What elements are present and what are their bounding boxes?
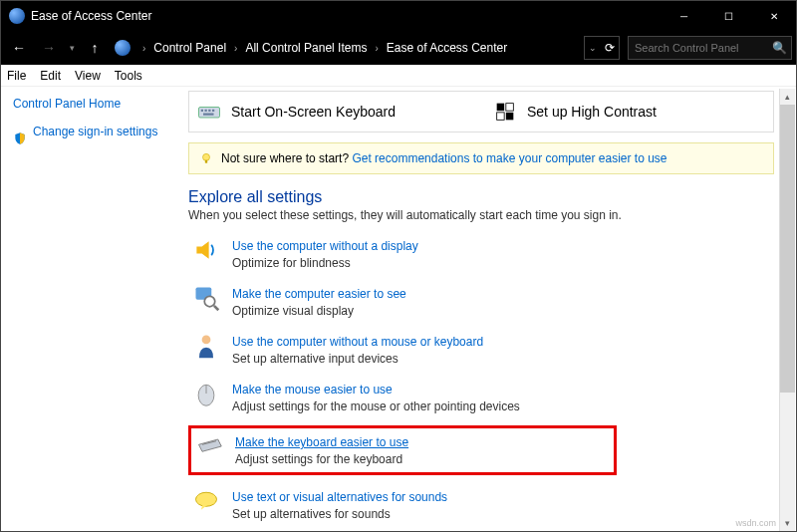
setting-link[interactable]: Use the computer without a mouse or keyb…: [232, 335, 483, 349]
mouse-icon: [192, 380, 220, 407]
back-button[interactable]: ←: [5, 34, 33, 62]
svg-point-15: [202, 336, 211, 345]
svg-point-13: [204, 296, 215, 307]
keyboard-icon: [195, 432, 223, 460]
speech-bubble-icon: [192, 487, 220, 515]
quick-osk[interactable]: Start On-Screen Keyboard: [189, 92, 477, 132]
setting-sounds: Use text or visual alternatives for soun…: [188, 485, 774, 523]
svg-rect-6: [497, 104, 505, 112]
svg-rect-0: [199, 108, 220, 119]
setting-link[interactable]: Use the computer without a display: [232, 239, 418, 253]
section-title: Explore all settings: [188, 188, 774, 206]
app-icon: [9, 8, 25, 24]
search-icon[interactable]: 🔍: [772, 41, 787, 55]
setting-link[interactable]: Make the mouse easier to use: [232, 383, 393, 397]
address-suffix: ⌄ ⟳: [584, 36, 620, 60]
crumb-sep-icon: ›: [234, 43, 237, 54]
speaker-icon: [192, 236, 220, 264]
svg-rect-9: [506, 113, 513, 121]
minimize-button[interactable]: ─: [662, 1, 706, 31]
vertical-scrollbar[interactable]: ▴ ▾: [779, 89, 795, 531]
menu-bar: File Edit View Tools: [1, 65, 796, 87]
menu-view[interactable]: View: [75, 69, 101, 83]
svg-rect-2: [205, 110, 207, 112]
info-recommendations-link[interactable]: Get recommendations to make your compute…: [352, 151, 666, 165]
crumb-ease-of-access[interactable]: Ease of Access Center: [387, 41, 507, 55]
main-content: Start On-Screen Keyboard Set up High Con…: [180, 87, 796, 532]
watermark: wsdn.com: [735, 518, 776, 528]
crumb-control-panel[interactable]: Control Panel: [153, 41, 226, 55]
close-button[interactable]: ✕: [751, 1, 796, 31]
menu-file[interactable]: File: [7, 69, 26, 83]
scroll-up-icon[interactable]: ▴: [780, 89, 795, 105]
menu-edit[interactable]: Edit: [40, 69, 61, 83]
quick-contrast[interactable]: Set up High Contrast: [485, 92, 773, 132]
keyboard-icon: [197, 102, 221, 122]
menu-tools[interactable]: Tools: [115, 69, 142, 83]
quick-osk-label: Start On-Screen Keyboard: [231, 104, 396, 120]
setting-desc: Optimize for blindness: [232, 256, 418, 270]
sidebar-home-link[interactable]: Control Panel Home: [13, 97, 168, 111]
title-bar: Ease of Access Center ─ ☐ ✕: [1, 1, 796, 31]
quick-access-row: Start On-Screen Keyboard Set up High Con…: [188, 91, 774, 133]
sidebar-change-signin-link[interactable]: Change sign-in settings: [33, 125, 157, 138]
section-subtitle: When you select these settings, they wil…: [188, 208, 774, 222]
recent-dropdown[interactable]: ▾: [65, 34, 79, 62]
location-icon: [115, 40, 131, 56]
setting-no-mouse-kbd: Use the computer without a mouse or keyb…: [188, 330, 774, 368]
person-icon: [192, 332, 220, 360]
setting-link[interactable]: Make the keyboard easier to use: [235, 435, 408, 449]
svg-point-10: [203, 153, 210, 160]
search-input[interactable]: [635, 42, 772, 54]
setting-desc: Adjust settings for the keyboard: [235, 452, 408, 466]
setting-easier-to-see: Make the computer easier to seeOptimize …: [188, 282, 774, 320]
setting-link[interactable]: Use text or visual alternatives for soun…: [232, 490, 447, 504]
nav-bar: ← → ▾ ↑ › Control Panel › All Control Pa…: [1, 31, 796, 65]
svg-line-14: [214, 306, 218, 310]
window-title: Ease of Access Center: [31, 9, 662, 23]
svg-rect-7: [506, 104, 513, 112]
info-text: Not sure where to start? Get recommendat…: [221, 151, 667, 165]
setting-desc: Optimize visual display: [232, 304, 406, 318]
svg-rect-11: [205, 160, 207, 163]
setting-desc: Set up alternatives for sounds: [232, 507, 447, 521]
sidebar: Control Panel Home Change sign-in settin…: [1, 87, 180, 532]
setting-no-display: Use the computer without a displayOptimi…: [188, 234, 774, 272]
search-box[interactable]: 🔍: [628, 36, 792, 60]
scroll-down-icon[interactable]: ▾: [780, 515, 795, 531]
history-dropdown-icon[interactable]: ⌄: [589, 43, 597, 53]
svg-rect-1: [201, 110, 203, 112]
svg-rect-5: [203, 114, 214, 116]
crumb-sep-icon: ›: [142, 43, 145, 54]
quick-contrast-label: Set up High Contrast: [527, 104, 657, 120]
setting-desc: Adjust settings for the mouse or other p…: [232, 399, 520, 413]
magnifier-icon: [192, 284, 220, 312]
setting-mouse: Make the mouse easier to useAdjust setti…: [188, 378, 774, 415]
svg-rect-4: [212, 110, 214, 112]
svg-rect-8: [497, 113, 505, 121]
crumb-sep-icon: ›: [375, 43, 378, 54]
setting-keyboard: Make the keyboard easier to useAdjust se…: [188, 425, 617, 475]
maximize-button[interactable]: ☐: [706, 1, 751, 31]
lightbulb-icon: [199, 151, 213, 165]
scrollbar-thumb[interactable]: [780, 105, 795, 393]
svg-rect-3: [208, 110, 210, 112]
svg-point-19: [196, 492, 217, 506]
shield-icon: [13, 132, 27, 145]
crumb-all-items[interactable]: All Control Panel Items: [245, 41, 367, 55]
refresh-button[interactable]: ⟳: [605, 41, 615, 55]
forward-button[interactable]: →: [35, 34, 63, 62]
contrast-icon: [493, 102, 517, 122]
info-bar: Not sure where to start? Get recommendat…: [188, 142, 774, 174]
up-button[interactable]: ↑: [81, 34, 109, 62]
setting-desc: Set up alternative input devices: [232, 352, 483, 366]
setting-link[interactable]: Make the computer easier to see: [232, 287, 406, 301]
